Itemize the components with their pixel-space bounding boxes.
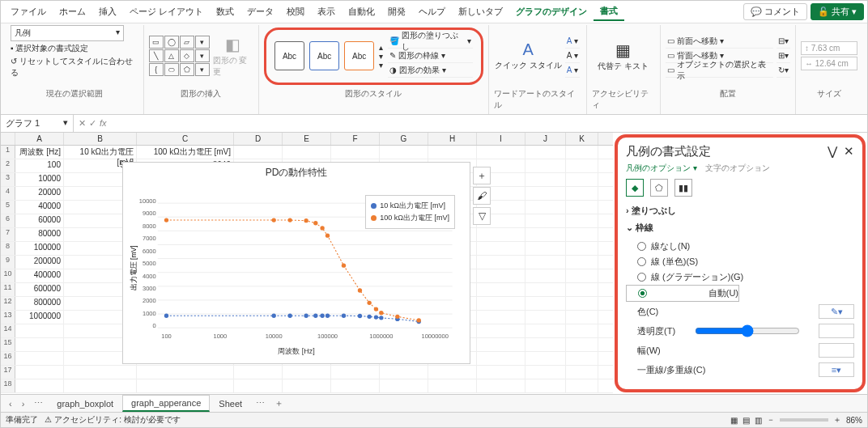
worksheet[interactable]: A B C D E F G H I J K 1周波数 [Hz]10 kΩ出力電圧… xyxy=(1,133,613,394)
format-pane: 凡例の書式設定 ⋁ ✕ 凡例のオプション ▾ 文字のオプション ◆ ⬠ ▮▮ ›… xyxy=(615,134,866,392)
pane-options-icon[interactable]: ⋁ xyxy=(828,144,837,158)
radio-solid-line[interactable]: 線 (単色)(S) xyxy=(626,254,854,269)
pane-title: 凡例の書式設定 ⋁ ✕ xyxy=(626,144,854,159)
group-label-style: 図形のスタイル xyxy=(345,87,402,103)
size-tab-icon[interactable]: ▮▮ xyxy=(674,179,692,197)
tab-add-icon[interactable]: ＋ xyxy=(270,396,288,411)
menu-home[interactable]: ホーム xyxy=(53,3,92,20)
share-button[interactable]: 🔓 共有 ▾ xyxy=(811,3,864,20)
svg-point-37 xyxy=(367,315,371,319)
transparency-slider[interactable] xyxy=(695,324,800,337)
tab-nav-prev[interactable]: ‹ xyxy=(4,397,17,410)
view-normal-icon[interactable]: ▦ xyxy=(730,416,738,425)
menu-formula[interactable]: 数式 xyxy=(210,3,240,20)
menu-auto[interactable]: 自動化 xyxy=(342,3,381,20)
formula-input[interactable] xyxy=(112,121,867,126)
chart-element-selector[interactable]: 凡例▾ xyxy=(11,25,124,41)
pane-tab-options[interactable]: 凡例のオプション ▾ xyxy=(626,163,697,174)
cancel-icon[interactable]: ✕ xyxy=(79,118,86,129)
accessibility-status[interactable]: ⚠ アクセシビリティ: 検討が必要です xyxy=(45,415,180,424)
view-pagebreak-icon[interactable]: ▥ xyxy=(755,416,762,425)
svg-text:100: 100 xyxy=(161,333,172,340)
style-preset-1[interactable]: Abc xyxy=(274,41,304,70)
shape-gallery[interactable]: ▭◯▱▾ ╲△◇▾ {⬭⬠▾ xyxy=(149,36,210,76)
menu-data[interactable]: データ xyxy=(240,3,280,20)
chart-brush-icon[interactable]: 🖌 xyxy=(473,187,491,205)
tab-nav-more[interactable]: ⋯ xyxy=(29,396,48,410)
shape-outline-button[interactable]: ✎図形の枠線 ▾ xyxy=(388,49,472,63)
selection-pane-button[interactable]: ▭ オブジェクトの選択と表示 xyxy=(666,64,773,78)
shape-effects-button[interactable]: ◑図形の効果 ▾ xyxy=(388,64,472,78)
prop-width[interactable]: 幅(W) xyxy=(626,341,854,360)
menu-view[interactable]: 表示 xyxy=(311,3,342,20)
pane-close-icon[interactable]: ✕ xyxy=(844,144,854,158)
menu-help[interactable]: ヘルプ xyxy=(412,3,452,20)
sheet-tab-2[interactable]: graph_apperance xyxy=(122,395,210,412)
align-button[interactable]: ⊟▾ xyxy=(777,35,790,49)
fx-icon[interactable]: fx xyxy=(100,118,107,129)
svg-point-33 xyxy=(320,314,324,318)
height-input[interactable]: ↕ 7.63 cm xyxy=(801,41,857,55)
width-input[interactable]: ↔ 12.64 cm xyxy=(801,57,857,70)
section-line[interactable]: ⌄ 枠線 xyxy=(626,222,854,234)
group-button[interactable]: ⊞▾ xyxy=(777,49,790,63)
menu-insert[interactable]: 挿入 xyxy=(92,3,123,20)
svg-point-45 xyxy=(304,218,308,222)
zoom-out-icon[interactable]: － xyxy=(767,414,775,426)
svg-point-49 xyxy=(342,263,346,267)
quick-style-button[interactable]: Aクイック スタイル xyxy=(495,40,562,71)
confirm-icon[interactable]: ✓ xyxy=(89,118,96,129)
reset-style-button[interactable]: ↺ リセットしてスタイルに合わせる xyxy=(11,56,138,78)
svg-point-55 xyxy=(417,318,421,322)
chart[interactable]: PDの動作特性出力電圧 [mV]010002000300040005000600… xyxy=(122,162,470,364)
svg-point-51 xyxy=(367,301,371,305)
pane-tab-text[interactable]: 文字のオプション xyxy=(705,163,770,174)
radio-gradient-line[interactable]: 線 (グラデーション)(G) xyxy=(626,269,854,285)
effects-tab-icon[interactable]: ⬠ xyxy=(650,179,668,197)
sheet-tab-1[interactable]: graph_boxplot xyxy=(48,396,122,412)
color-picker-button[interactable]: ✎▾ xyxy=(819,304,854,319)
sheet-tab-3[interactable]: Sheet xyxy=(210,396,251,412)
tab-more-icon[interactable]: ⋯ xyxy=(251,396,270,410)
svg-point-28 xyxy=(164,314,168,318)
view-layout-icon[interactable]: ▤ xyxy=(742,416,750,425)
comment-button[interactable]: 💬 コメント xyxy=(743,3,807,20)
bring-forward-button[interactable]: ▭ 前面へ移動 ▾ xyxy=(666,35,773,49)
menu-format[interactable]: 書式 xyxy=(594,2,624,21)
fill-line-tab-icon[interactable]: ◆ xyxy=(626,179,644,197)
chart-filter-icon[interactable]: ▽ xyxy=(473,207,491,225)
radio-no-line[interactable]: 線なし(N) xyxy=(626,239,854,254)
name-box[interactable]: グラフ 1▾ xyxy=(1,115,74,132)
svg-text:2000: 2000 xyxy=(143,297,156,304)
menu-chart-design[interactable]: グラフのデザイン xyxy=(509,3,594,20)
text-fill-button[interactable]: A▾ xyxy=(565,35,581,49)
menu-file[interactable]: ファイル xyxy=(4,3,53,20)
menu-layout[interactable]: ページ レイアウト xyxy=(123,3,210,20)
shape-fill-button[interactable]: 🪣図形の塗りつぶし ▾ xyxy=(388,35,472,49)
zoom-in-icon[interactable]: ＋ xyxy=(833,414,841,426)
menu-review[interactable]: 校閲 xyxy=(280,3,311,20)
format-selection-button[interactable]: ▪ 選択対象の書式設定 xyxy=(11,43,88,54)
rotate-button[interactable]: ↻▾ xyxy=(777,64,790,78)
style-preset-3[interactable]: Abc xyxy=(344,41,374,70)
chart-plus-icon[interactable]: ＋ xyxy=(473,167,491,184)
prop-color[interactable]: 色(C)✎▾ xyxy=(626,302,854,321)
zoom-level[interactable]: 86% xyxy=(846,416,862,425)
text-effects-button[interactable]: A▾ xyxy=(565,64,581,78)
chart-legend[interactable]: 10 kΩ出力電圧 [mV]100 kΩ出力電圧 [mV] xyxy=(365,195,455,229)
paint-bucket-icon: 🪣 xyxy=(389,36,399,45)
radio-auto-line[interactable]: 自動(U) xyxy=(626,285,739,302)
menu-newtab[interactable]: 新しいタブ xyxy=(452,3,509,20)
status-ready: 準備完了 xyxy=(6,415,38,424)
menu-dev[interactable]: 開発 xyxy=(381,3,412,20)
style-preset-2[interactable]: Abc xyxy=(309,41,339,70)
change-shape-button[interactable]: ◧図形の 変更 xyxy=(213,35,253,78)
text-outline-button[interactable]: A▾ xyxy=(565,49,581,63)
alt-text-button[interactable]: ▦代替テ キスト xyxy=(598,40,649,72)
prop-transparency[interactable]: 透明度(T) xyxy=(626,321,854,341)
tab-nav-next[interactable]: › xyxy=(17,397,30,410)
svg-text:10000: 10000 xyxy=(266,333,283,340)
section-fill[interactable]: › 塗りつぶし xyxy=(626,205,854,217)
compound-line-button[interactable]: ≡▾ xyxy=(819,362,854,377)
prop-compound[interactable]: 一重線/多重線(C)≡▾ xyxy=(626,360,854,379)
